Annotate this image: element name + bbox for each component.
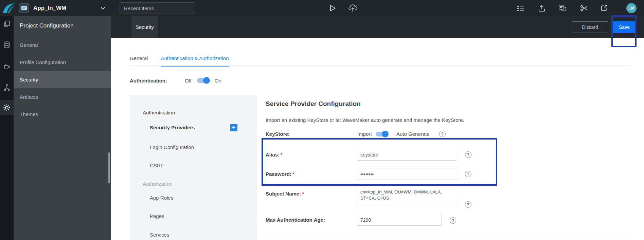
settings-tabs: General Authentication & Authorization [130, 55, 229, 67]
keystore-label: KeyStore: [266, 129, 290, 139]
security-subnav: Authentication Security Providers + Logi… [130, 95, 257, 240]
app-icon[interactable] [19, 3, 29, 13]
divider [130, 66, 630, 66]
discard-button[interactable]: Discard [572, 21, 608, 33]
service-provider-title: Service Provider Configuration [266, 100, 361, 108]
max-authentication-age-input[interactable] [357, 214, 442, 226]
subnav-item-csrf[interactable]: CSRF [150, 163, 164, 168]
alias-row: Alias:* ? [266, 149, 630, 161]
add-security-provider-button[interactable]: + [230, 124, 237, 131]
sidebar-item-themes[interactable]: Themes [14, 106, 111, 123]
subject-name-row: Subject Name:* cn=App_In_WM, OU=WM, O=WM… [266, 187, 630, 205]
left-icon-rail [0, 16, 14, 240]
password-row: Password:* ? [266, 168, 630, 180]
translate-icon[interactable] [558, 0, 568, 16]
sidebar-item-security[interactable]: Security [14, 71, 111, 88]
scissors-icon[interactable] [579, 0, 589, 16]
user-avatar[interactable]: LM [626, 3, 637, 13]
subnav-item-pages[interactable]: Pages [150, 213, 164, 219]
keystore-import-label: Import [357, 129, 372, 139]
tab-security[interactable]: Security [131, 16, 158, 38]
max-authentication-age-label: Max Authentication Age: [266, 214, 325, 226]
save-button[interactable]: Save [612, 21, 636, 33]
share-export-icon[interactable] [599, 0, 609, 16]
wavemaker-logo-icon [2, 3, 16, 14]
document-tab-strip: Security Discard Save [111, 16, 644, 38]
pages-icon[interactable] [0, 16, 14, 31]
toggle-knob [382, 131, 389, 137]
subject-name-input[interactable]: cn=App_In_WM, OU=WM, O=WM, L=LA, ST=CA, … [357, 187, 457, 205]
alias-label: Alias:* [266, 149, 283, 161]
sidebar-title: Project Configuration [20, 22, 74, 29]
tab-general[interactable]: General [130, 55, 148, 67]
toggle-off-label: Off [185, 78, 192, 84]
subnav-item-app-roles[interactable]: App Roles [150, 195, 173, 201]
keystore-auto-generate-label: Auto Generate [396, 129, 430, 139]
help-icon[interactable]: ? [439, 131, 446, 137]
required-marker: * [302, 191, 304, 197]
required-marker: * [281, 152, 283, 158]
keystore-row: KeyStore: Import Auto Generate ? [266, 129, 630, 139]
help-icon[interactable]: ? [450, 217, 456, 224]
sidebar-scrollbar[interactable] [108, 152, 110, 183]
project-configuration-sidebar: Project Configuration General Profile Co… [14, 16, 111, 240]
toggle-knob [203, 77, 210, 84]
subnav-item-security-providers[interactable]: Security Providers [150, 125, 195, 130]
password-input[interactable] [357, 168, 457, 180]
divider [266, 238, 630, 238]
authentication-label: Authentication: [130, 78, 167, 84]
top-bar: App_In_WM Recent Items [0, 0, 644, 16]
tab-authentication-authorization[interactable]: Authentication & Authorization [161, 55, 229, 67]
subnav-authorization-header: Authorization [143, 181, 173, 187]
app-title: App_In_WM [33, 0, 66, 16]
required-marker: * [292, 171, 294, 177]
sidebar-item-profile-configuration[interactable]: Profile Configuration [14, 54, 111, 71]
security-settings-content: General Authentication & Authorization A… [111, 38, 644, 240]
recent-items-dropdown[interactable]: Recent Items [120, 2, 195, 14]
sidebar-item-artifacts[interactable]: Artifacts [14, 88, 111, 106]
chevron-down-icon[interactable] [101, 0, 105, 16]
authentication-toggle[interactable] [197, 78, 209, 83]
toggle-on-label: On [215, 78, 221, 84]
help-icon[interactable]: ? [465, 201, 471, 208]
recent-items-label: Recent Items [124, 5, 154, 11]
cloud-deploy-icon[interactable] [348, 0, 358, 16]
apis-branch-icon[interactable] [0, 80, 14, 95]
export-upload-icon[interactable] [537, 0, 547, 16]
max-authentication-age-row: Max Authentication Age: ? [266, 214, 630, 226]
run-play-icon[interactable] [327, 0, 338, 16]
help-icon[interactable]: ? [465, 151, 471, 158]
keystore-description: Import an existing KeyStore or let WaveM… [266, 117, 464, 123]
alias-input[interactable] [357, 149, 457, 161]
checklist-icon[interactable] [516, 0, 526, 16]
database-icon[interactable] [0, 37, 14, 52]
keystore-toggle[interactable] [376, 132, 388, 136]
subnav-authentication-header: Authentication [143, 110, 175, 115]
subnav-item-services[interactable]: Services [150, 232, 169, 238]
sidebar-item-general[interactable]: General [14, 36, 111, 54]
authentication-toggle-row: Authentication: Off On [130, 76, 221, 85]
subject-name-label: Subject Name:* [266, 191, 304, 197]
settings-gear-icon[interactable] [0, 100, 14, 115]
password-label: Password:* [266, 168, 294, 180]
help-icon[interactable]: ? [465, 171, 471, 177]
java-coffee-icon[interactable] [0, 59, 14, 74]
subnav-item-login-configuration[interactable]: Login Configuration [150, 144, 194, 150]
